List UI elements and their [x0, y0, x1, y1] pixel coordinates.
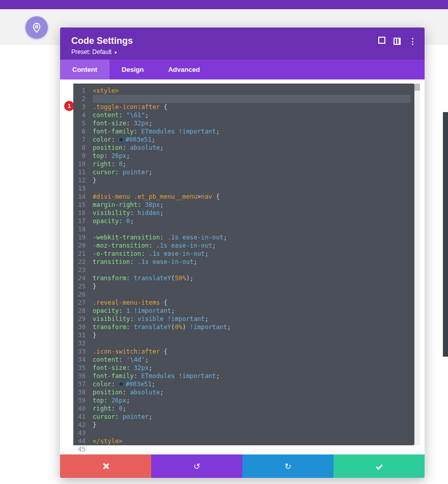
caret-down-icon: ▾ [115, 50, 117, 55]
tabs: Content Design Advanced [60, 60, 425, 79]
undo-icon: ↺ [193, 462, 200, 471]
code-editor[interactable]: 1234567891011121314151617181920212223242… [73, 84, 414, 445]
editor-gutter: 1234567891011121314151617181920212223242… [73, 84, 89, 445]
preset-selector[interactable]: Preset: Default ▾ [71, 48, 413, 56]
location-pin-icon [31, 22, 42, 33]
cancel-button[interactable] [60, 454, 151, 478]
svg-point-0 [36, 25, 38, 28]
kebab-menu-icon[interactable]: ⋮ [409, 37, 416, 45]
preset-label: Preset: [71, 48, 91, 56]
split-view-icon[interactable] [394, 37, 401, 45]
expand-icon[interactable] [378, 37, 385, 45]
step-badge-1: 1 [64, 101, 74, 111]
modal-header: Code Settings Preset: Default ▾ ⋮ [60, 28, 425, 60]
save-button[interactable] [333, 454, 425, 478]
tab-content[interactable]: Content [60, 60, 109, 79]
redo-icon: ↻ [285, 462, 291, 471]
tab-advanced[interactable]: Advanced [156, 60, 212, 79]
editor-code-area[interactable]: <style> .toggle-icon:after {content: "\6… [89, 84, 414, 445]
check-icon [376, 463, 382, 469]
header-actions: ⋮ [378, 37, 416, 45]
module-drag-icon[interactable] [25, 16, 48, 39]
undo-button[interactable]: ↺ [151, 454, 242, 478]
right-side-track [443, 112, 448, 357]
top-brand-strip [0, 0, 448, 9]
editor-scrollbar[interactable] [414, 84, 420, 445]
redo-button[interactable]: ↻ [242, 454, 333, 478]
tab-design[interactable]: Design [109, 60, 156, 79]
modal-body: 1 12345678910111213141516171819202122232… [60, 79, 425, 454]
preset-value: Default [92, 48, 111, 56]
code-settings-modal: Code Settings Preset: Default ▾ ⋮ Conten… [60, 28, 425, 478]
modal-title: Code Settings [71, 36, 413, 46]
close-icon [102, 463, 109, 470]
scrollbar-thumb[interactable] [414, 84, 420, 91]
modal-footer: ↺ ↻ [60, 454, 425, 478]
